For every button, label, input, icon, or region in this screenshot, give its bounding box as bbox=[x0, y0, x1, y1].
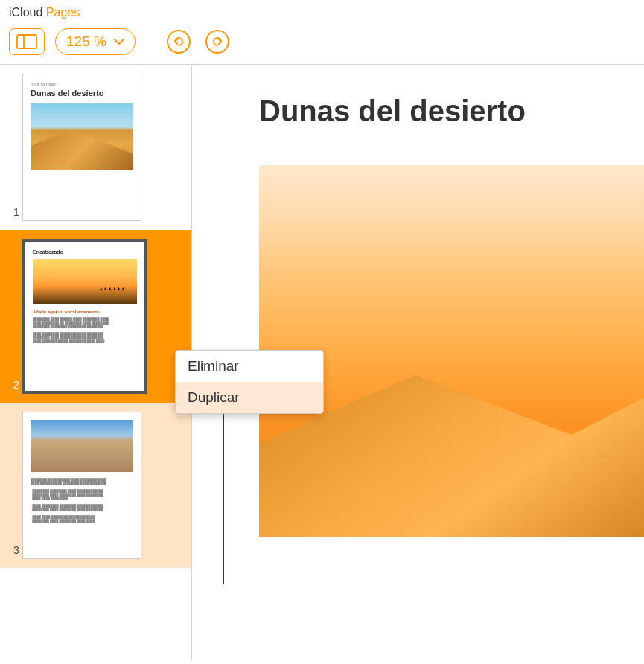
thumbnail-page-3: ████████ ████ ██████ ████ ████████ ████ … bbox=[22, 412, 141, 559]
context-menu-duplicate[interactable]: Duplicar bbox=[176, 382, 323, 413]
thumb-image bbox=[31, 103, 133, 170]
svg-rect-0 bbox=[17, 35, 36, 48]
app-title: iCloud Pages bbox=[0, 0, 644, 22]
zoom-value-label: 125 % bbox=[66, 33, 106, 50]
undo-icon bbox=[172, 36, 185, 48]
thumb-image bbox=[31, 420, 133, 472]
thumbnail-page-2: Encabezado ▲▲▲▲▲▲ Añade aquí un encabeza… bbox=[22, 239, 147, 394]
toolbar: 125 % bbox=[0, 22, 644, 65]
page-number-label: 2 bbox=[13, 379, 19, 391]
thumb-subtitle: Añade aquí un encabezamiento bbox=[33, 310, 137, 314]
thumb-subtitle: Inna Semper bbox=[31, 82, 133, 86]
thumb-title: Dunas del desierto bbox=[31, 89, 133, 98]
context-menu: Eliminar Duplicar bbox=[175, 350, 324, 414]
thumb-body-text: ████████ ████ ██████ ████ ████████ ████ … bbox=[31, 478, 133, 523]
undo-button[interactable] bbox=[167, 30, 191, 54]
icloud-label: iCloud bbox=[9, 6, 42, 19]
thumb-image: ▲▲▲▲▲▲ bbox=[33, 259, 137, 304]
zoom-selector[interactable]: 125 % bbox=[55, 28, 136, 55]
sidebar-panel-icon bbox=[16, 34, 37, 49]
thumbnail-sidebar[interactable]: Inna Semper Dunas del desierto 1 Encabez… bbox=[0, 65, 192, 660]
view-mode-button[interactable] bbox=[9, 28, 45, 55]
context-menu-delete[interactable]: Eliminar bbox=[176, 351, 323, 382]
thumb-header: Encabezado bbox=[33, 249, 137, 255]
annotation-callout-line bbox=[223, 413, 224, 584]
pages-label: Pages bbox=[46, 6, 80, 19]
thumbnail-slot-2[interactable]: Encabezado ▲▲▲▲▲▲ Añade aquí un encabeza… bbox=[0, 230, 191, 403]
thumbnail-slot-1[interactable]: Inna Semper Dunas del desierto 1 bbox=[0, 65, 191, 230]
document-title[interactable]: Dunas del desierto bbox=[259, 95, 644, 128]
thumbnail-slot-3[interactable]: ████████ ████ ██████ ████ ████████ ████ … bbox=[0, 403, 191, 568]
thumb-body-text: ████████ ████ ██████ ████ ████████ ████ … bbox=[33, 317, 137, 343]
thumbnail-page-1: Inna Semper Dunas del desierto bbox=[22, 74, 141, 221]
page-number-label: 3 bbox=[13, 544, 19, 556]
chevron-down-icon bbox=[114, 39, 124, 45]
redo-icon bbox=[211, 36, 224, 48]
redo-button[interactable] bbox=[205, 30, 229, 54]
page-number-label: 1 bbox=[13, 206, 19, 218]
